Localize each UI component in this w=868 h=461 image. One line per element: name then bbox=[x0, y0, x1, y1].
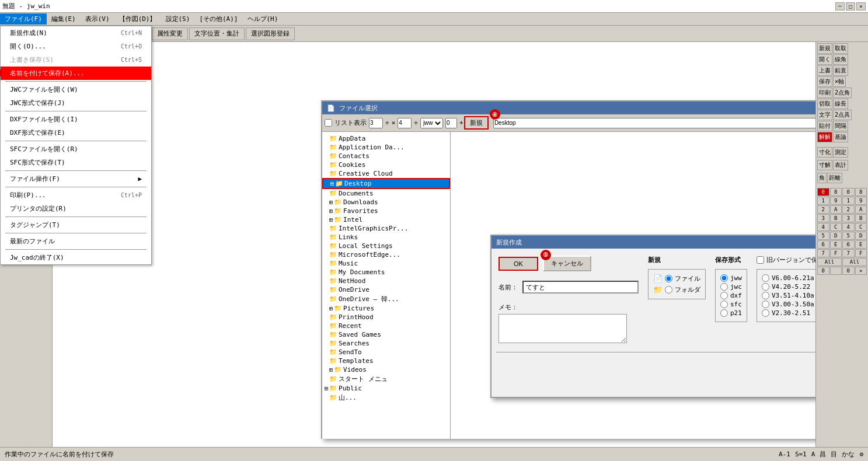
menu-overwrite[interactable]: 上書き保存(S) Ctrl+S bbox=[1, 53, 151, 67]
num-input[interactable] bbox=[445, 118, 457, 128]
menu-printer-settings[interactable]: プリンタの設定(R) bbox=[1, 202, 151, 215]
rs-detail-btn[interactable]: 寸解 bbox=[817, 160, 832, 170]
num-5b-btn[interactable]: 5 bbox=[842, 232, 855, 240]
num-6b-btn[interactable]: 6 bbox=[842, 240, 855, 249]
tree-item-public[interactable]: ⊞ 📁 Public bbox=[322, 384, 450, 393]
num-3b-btn[interactable]: 3 bbox=[842, 214, 855, 222]
menu-open[interactable]: 開く(O)... Ctrl+O bbox=[1, 40, 151, 53]
old-version-check[interactable] bbox=[757, 256, 764, 264]
num-0-btn[interactable]: 0 bbox=[817, 188, 829, 196]
num-8-btn[interactable]: 8 bbox=[830, 188, 842, 196]
path-input[interactable] bbox=[493, 118, 815, 128]
num-9b-btn[interactable]: 9 bbox=[855, 197, 867, 205]
tree-item-intel[interactable]: ⊞ 📁 Intel bbox=[322, 215, 450, 224]
tree-item-creative[interactable]: 📁 Creative Cloud bbox=[322, 169, 450, 178]
menu-tagjump[interactable]: タグジャンプ(T) bbox=[1, 218, 151, 232]
tree-item-localsettings[interactable]: 📁 Local Settings bbox=[322, 242, 450, 250]
tree-item-nethood[interactable]: 📁 NetHood bbox=[322, 277, 450, 285]
rs-distance-btn[interactable]: 距離 bbox=[827, 173, 842, 183]
tree-item-searches[interactable]: 📁 Searches bbox=[322, 339, 450, 348]
num-5-btn[interactable]: 5 bbox=[817, 232, 829, 240]
menu-settings[interactable]: 設定(S) bbox=[161, 13, 195, 25]
v4-radio[interactable] bbox=[762, 283, 769, 291]
tree-item-onedrive2[interactable]: 📁 OneDrive – 韓... bbox=[322, 294, 450, 304]
rs-new-btn[interactable]: 新規 bbox=[817, 43, 832, 54]
new-dialog-name-input[interactable] bbox=[522, 281, 639, 294]
tree-item-appdata[interactable]: 📁 AppData bbox=[322, 134, 450, 143]
menu-new[interactable]: 新規作成(N) Ctrl+N bbox=[1, 26, 151, 40]
menu-exit[interactable]: Jw_cadの終了(X) bbox=[1, 251, 151, 264]
rs-cut-btn[interactable]: 切取 bbox=[817, 99, 832, 109]
rs-2ptbtn[interactable]: 2点具 bbox=[833, 110, 852, 120]
rs-linelen-btn[interactable]: 線長 bbox=[833, 99, 848, 109]
tree-item-savedgames[interactable]: 📁 Saved Games bbox=[322, 330, 450, 339]
num-e-btn[interactable]: E bbox=[830, 240, 842, 249]
num-eb-btn[interactable]: E bbox=[855, 240, 867, 249]
tree-item-favorites[interactable]: ⊞ 📁 Favorites bbox=[322, 207, 450, 215]
num-6-btn[interactable]: 6 bbox=[817, 240, 829, 249]
rs-table-btn[interactable]: 表計 bbox=[833, 160, 848, 170]
rs-open-btn[interactable]: 開く bbox=[817, 54, 832, 65]
tree-item-pictures[interactable]: ⊞ 📁 Pictures bbox=[322, 304, 450, 313]
num-2-btn[interactable]: 2 bbox=[817, 205, 829, 214]
tree-item-intelgraphics[interactable]: 📁 IntelGraphicsPr... bbox=[322, 224, 450, 233]
rs-interval-btn[interactable]: 間隔 bbox=[833, 121, 848, 131]
v6-radio[interactable] bbox=[762, 274, 769, 282]
rs-vertical-btn[interactable]: 鉛直 bbox=[833, 65, 848, 76]
num-4-btn[interactable]: 4 bbox=[817, 223, 829, 231]
new-file-button[interactable]: 新規 bbox=[464, 116, 489, 130]
rs-saveas-btn[interactable]: 保存 bbox=[817, 76, 832, 87]
write-icon[interactable]: 昌 bbox=[820, 450, 826, 459]
menu-view[interactable]: 表示(V) bbox=[81, 13, 114, 25]
num-0d-btn[interactable]: 0 bbox=[842, 267, 855, 275]
num-all-btn[interactable]: All bbox=[817, 258, 842, 266]
tree-item-unknown[interactable]: 📁 山... bbox=[322, 393, 450, 403]
tree-item-templates[interactable]: 📁 Templates bbox=[322, 357, 450, 365]
tree-item-msedge[interactable]: 📁 MicrosoftEdge... bbox=[322, 250, 450, 259]
v351-radio[interactable] bbox=[762, 292, 769, 299]
new-dialog-ok-button[interactable]: OK bbox=[499, 257, 538, 271]
tree-item-printhood[interactable]: 📁 PrintHood bbox=[322, 313, 450, 322]
menu-draw[interactable]: 【作図(D)】 bbox=[114, 13, 161, 25]
tree-item-appda[interactable]: 📁 Application Da... bbox=[322, 143, 450, 152]
close-button[interactable]: × bbox=[856, 2, 866, 11]
num-1b-btn[interactable]: 1 bbox=[842, 197, 855, 205]
menu-recent[interactable]: 最新のファイル bbox=[1, 235, 151, 248]
num-7b-btn[interactable]: 7 bbox=[842, 249, 855, 257]
v230-radio[interactable] bbox=[762, 309, 769, 317]
rows-input[interactable] bbox=[398, 118, 412, 128]
settings-icon[interactable]: ⚙ bbox=[859, 450, 863, 458]
jwc-radio[interactable] bbox=[720, 283, 728, 291]
menu-edit[interactable]: 編集(E) bbox=[47, 13, 81, 25]
tree-item-cookies[interactable]: 📁 Cookies bbox=[322, 160, 450, 169]
num-f-btn[interactable]: F bbox=[830, 249, 842, 257]
num-allb-btn[interactable]: All bbox=[842, 258, 867, 266]
rs-save-btn[interactable]: 上書 bbox=[817, 65, 832, 76]
num-cb-btn[interactable]: C bbox=[855, 223, 867, 231]
rs-xaxis-btn[interactable]: ×軸 bbox=[833, 76, 846, 87]
v3-radio[interactable] bbox=[762, 301, 769, 308]
num-bb-btn[interactable]: B bbox=[855, 214, 867, 222]
tree-item-startmenu[interactable]: 📁 スタート メニュ bbox=[322, 374, 450, 384]
menu-file[interactable]: ファイル(F) bbox=[0, 13, 47, 25]
num-x-btn[interactable]: × bbox=[855, 267, 867, 275]
num-3-btn[interactable]: 3 bbox=[817, 214, 829, 222]
folder-radio[interactable] bbox=[665, 286, 672, 294]
rs-print-btn[interactable]: 印刷 bbox=[817, 88, 832, 98]
toolbar-text-pos[interactable]: 文字位置・集計 bbox=[189, 27, 245, 40]
memo-textarea[interactable] bbox=[499, 314, 627, 343]
num-0b-btn[interactable]: 0 bbox=[842, 188, 855, 196]
menu-fileops[interactable]: ファイル操作(F) ▶ bbox=[1, 172, 151, 186]
num-b-btn[interactable]: B bbox=[830, 214, 842, 222]
cols-input[interactable] bbox=[369, 118, 383, 128]
menu-jwc-save[interactable]: JWC形式で保存(J) bbox=[1, 96, 151, 110]
num-db-btn[interactable]: D bbox=[855, 232, 867, 240]
num-d-btn[interactable]: D bbox=[830, 232, 842, 240]
rs-measure-btn[interactable]: 測定 bbox=[833, 147, 848, 158]
ext-select[interactable]: jww jwc dxf bbox=[420, 118, 443, 128]
num-2b-btn[interactable]: 2 bbox=[842, 205, 855, 214]
tree-item-recent[interactable]: 📁 Recent bbox=[322, 322, 450, 330]
p21-radio[interactable] bbox=[720, 309, 728, 317]
menu-dxf-save[interactable]: DXF形式で保存(E) bbox=[1, 126, 151, 139]
minimize-button[interactable]: ─ bbox=[835, 2, 845, 11]
